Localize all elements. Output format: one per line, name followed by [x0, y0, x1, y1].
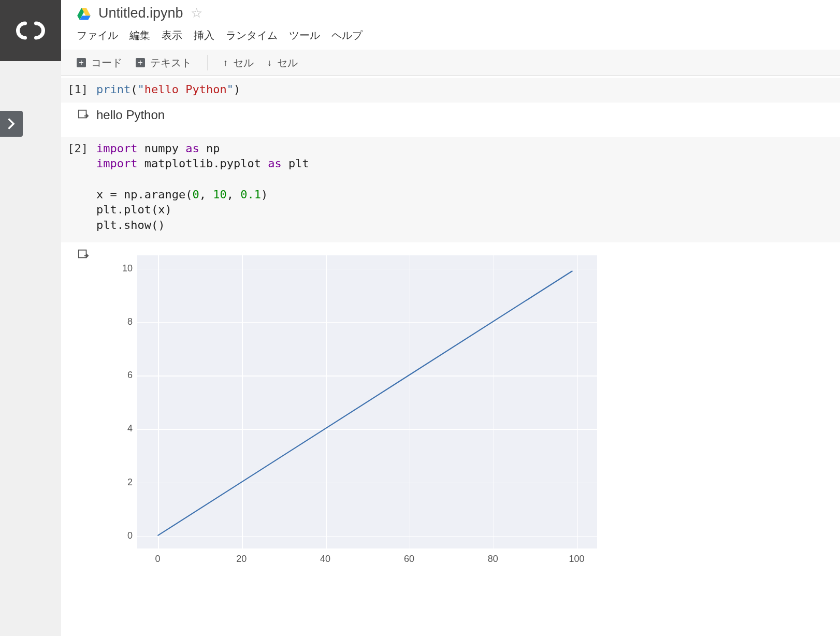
- x-tick-label: 20: [236, 554, 247, 565]
- cell-down-button[interactable]: ↓ セル: [263, 54, 302, 72]
- y-tick-label: 2: [106, 476, 133, 487]
- menu-view[interactable]: 表示: [162, 28, 182, 42]
- separator: [207, 55, 208, 70]
- x-tick-label: 60: [404, 554, 414, 565]
- code-editor[interactable]: print("hello Python"): [96, 82, 840, 97]
- toolbar: + コード + テキスト ↑ セル ↓ セル: [61, 50, 840, 76]
- code-cell[interactable]: [1] print("hello Python") hello Python: [61, 78, 840, 135]
- code-editor[interactable]: import numpy as np import matplotlib.pyp…: [96, 141, 840, 233]
- left-sidebar: [0, 0, 61, 636]
- cell-output-text: hello Python: [96, 108, 840, 122]
- cell-down-label: セル: [277, 56, 298, 70]
- cell-prompt: [1]: [61, 82, 96, 97]
- add-code-button[interactable]: + コード: [73, 54, 126, 72]
- svg-rect-1: [79, 250, 86, 258]
- cell-prompt: [2]: [61, 141, 96, 233]
- menu-bar: ファイル 編集 表示 挿入 ランタイム ツール ヘルプ: [77, 28, 840, 42]
- y-tick-label: 6: [106, 370, 133, 381]
- arrow-up-icon: ↑: [223, 57, 228, 68]
- arrow-down-icon: ↓: [267, 57, 272, 68]
- x-tick-label: 100: [569, 554, 585, 565]
- cell-up-label: セル: [233, 56, 254, 70]
- menu-runtime[interactable]: ランタイム: [226, 28, 278, 42]
- x-tick-label: 80: [488, 554, 498, 565]
- code-cell[interactable]: [2] import numpy as np import matplotlib…: [61, 137, 840, 581]
- menu-insert[interactable]: 挿入: [194, 28, 214, 42]
- colab-logo: [0, 0, 61, 61]
- expand-sidebar-button[interactable]: [0, 111, 23, 137]
- y-tick-label: 4: [106, 423, 133, 434]
- output-icon[interactable]: [78, 113, 89, 122]
- menu-help[interactable]: ヘルプ: [331, 28, 363, 42]
- y-tick-label: 0: [106, 530, 133, 541]
- plus-icon: +: [136, 58, 145, 67]
- notebook-title[interactable]: Untitled.ipynb: [98, 5, 183, 21]
- svg-line-2: [157, 271, 572, 536]
- cell-up-button[interactable]: ↑ セル: [219, 54, 258, 72]
- star-icon[interactable]: ☆: [191, 5, 202, 21]
- output-icon[interactable]: [78, 253, 89, 262]
- add-text-label: テキスト: [150, 56, 192, 70]
- menu-tools[interactable]: ツール: [289, 28, 320, 42]
- chart-line: [137, 255, 598, 549]
- plus-icon: +: [77, 58, 86, 67]
- notebook-content: [1] print("hello Python") hello Python […: [61, 76, 840, 636]
- add-text-button[interactable]: + テキスト: [132, 54, 196, 72]
- x-tick-label: 40: [320, 554, 330, 565]
- chart-output: 0246810020406080100: [106, 248, 603, 569]
- svg-rect-0: [79, 110, 86, 118]
- y-tick-label: 10: [106, 263, 133, 273]
- menu-file[interactable]: ファイル: [77, 28, 118, 42]
- add-code-label: コード: [91, 56, 122, 70]
- x-tick-label: 0: [155, 554, 160, 565]
- y-tick-label: 8: [106, 316, 133, 327]
- menu-edit[interactable]: 編集: [129, 28, 150, 42]
- drive-icon: [77, 7, 91, 20]
